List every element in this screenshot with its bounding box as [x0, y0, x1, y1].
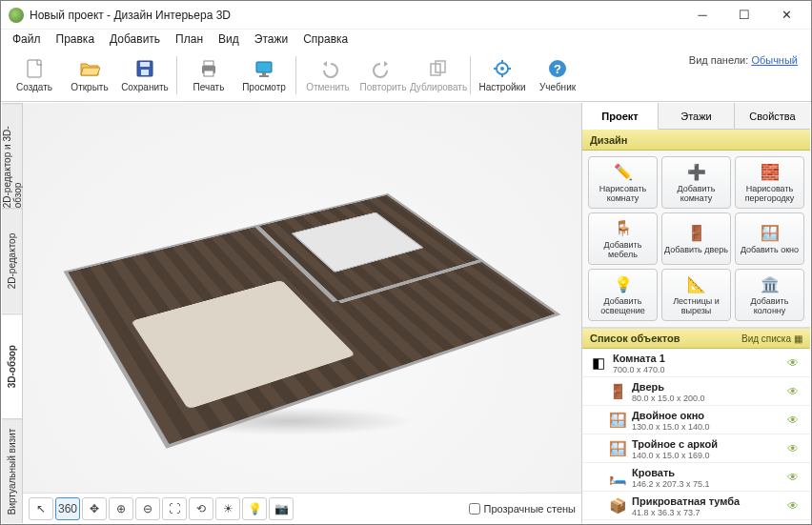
redo-button[interactable]: Повторить: [355, 52, 411, 98]
object-text: Комната 1700.0 x 470.0: [613, 353, 782, 374]
object-item[interactable]: 🪟Тройное с аркой140.0 x 15.0 x 169.0👁: [582, 434, 810, 463]
close-button[interactable]: ✕: [765, 1, 807, 30]
visibility-eye-icon[interactable]: 👁: [787, 442, 802, 455]
add-light-label: Добавить освещение: [591, 297, 655, 316]
visibility-eye-icon[interactable]: 👁: [787, 356, 802, 370]
camera-tool[interactable]: 📷: [269, 497, 294, 520]
sun-tool[interactable]: ☀: [215, 497, 240, 520]
duplicate-button[interactable]: Дублировать: [411, 52, 466, 98]
tutorial-button[interactable]: ? Учебник: [530, 52, 585, 98]
vertical-tabs: 2D-редактор и 3D-обзор 2D-редактор 3D-об…: [2, 103, 23, 523]
visibility-eye-icon[interactable]: 👁: [787, 471, 802, 484]
list-mode-toggle[interactable]: Вид списка ▦: [741, 333, 802, 344]
object-name: Кровать: [632, 467, 782, 479]
menu-file[interactable]: Файл: [5, 30, 49, 48]
add-furniture-button[interactable]: 🪑Добавить мебель: [588, 212, 658, 265]
add-room-button[interactable]: ➕Добавить комнату: [661, 156, 731, 209]
draw-room-label: Нарисовать комнату: [591, 185, 655, 204]
app-icon: [9, 8, 24, 23]
add-window-button[interactable]: 🪟Добавить окно: [735, 212, 804, 265]
view-tools: ↖ 360 ✥ ⊕ ⊖ ⛶ ⟲ ☀ 💡 📷 Прозрачные стены: [23, 493, 581, 523]
draw-partition-label: Нарисовать перегородку: [738, 185, 802, 204]
separator: [176, 56, 177, 94]
zoom-in-tool[interactable]: ⊕: [109, 497, 133, 520]
zoom-out-tool[interactable]: ⊖: [135, 497, 160, 520]
add-door-button[interactable]: 🚪Добавить дверь: [661, 212, 731, 265]
draw-partition-button[interactable]: 🧱Нарисовать перегородку: [735, 156, 804, 209]
add-room-label: Добавить комнату: [664, 185, 728, 204]
menu-plan[interactable]: План: [168, 30, 211, 48]
svg-rect-2: [140, 62, 150, 67]
door-icon: 🚪: [686, 223, 707, 244]
arrow-tool[interactable]: ↖: [29, 497, 53, 520]
visibility-eye-icon[interactable]: 👁: [787, 414, 802, 427]
preview-button[interactable]: Просмотр: [236, 52, 292, 98]
maximize-button[interactable]: ☐: [723, 1, 765, 30]
create-button[interactable]: Создать: [7, 52, 62, 98]
add-furniture-label: Добавить мебель: [591, 241, 655, 260]
column-icon: 🏛️: [760, 274, 781, 295]
object-item[interactable]: 📦Прикроватная тумба41.8 x 36.3 x 73.7👁: [582, 492, 810, 520]
tab-properties[interactable]: Свойства: [735, 103, 810, 129]
save-button[interactable]: Сохранить: [117, 52, 173, 98]
orbit-360-tool[interactable]: 360: [55, 497, 80, 520]
undo-button[interactable]: Отменить: [300, 52, 355, 98]
panel-mode-link[interactable]: Обычный: [751, 54, 798, 66]
svg-rect-3: [141, 70, 149, 75]
undo-icon: [316, 57, 339, 80]
object-item[interactable]: 🚪Дверь80.0 x 15.0 x 200.0👁: [582, 377, 810, 406]
tab-project[interactable]: Проект: [582, 103, 659, 130]
settings-button[interactable]: Настройки: [475, 52, 530, 98]
transparent-walls-input[interactable]: [469, 503, 480, 515]
object-item[interactable]: ◧Комната 1700.0 x 470.0👁: [582, 349, 810, 377]
settings-label: Настройки: [478, 82, 525, 92]
window-icon: 🪟: [760, 223, 781, 244]
add-door-label: Добавить дверь: [664, 246, 728, 255]
vtab-combo[interactable]: 2D-редактор и 3D-обзор: [2, 103, 22, 208]
window-controls: ─ ☐ ✕: [681, 1, 807, 30]
menu-add[interactable]: Добавить: [102, 30, 168, 48]
svg-rect-7: [256, 62, 272, 72]
object-text: Двойное окно130.0 x 15.0 x 140.0: [632, 410, 782, 432]
menu-floors[interactable]: Этажи: [247, 30, 295, 48]
light-tool[interactable]: 💡: [242, 497, 267, 520]
new-file-icon: [23, 57, 46, 80]
minimize-button[interactable]: ─: [681, 1, 723, 30]
reset-view-tool[interactable]: ⟲: [189, 497, 213, 520]
panel-tabs: Проект Этажи Свойства: [582, 103, 810, 130]
stairs-icon: 📐: [686, 274, 707, 295]
object-list: ◧Комната 1700.0 x 470.0👁🚪Дверь80.0 x 15.…: [582, 349, 810, 523]
draw-room-button[interactable]: ✏️Нарисовать комнату: [588, 156, 658, 209]
menu-view[interactable]: Вид: [211, 30, 247, 48]
print-label: Печать: [193, 82, 225, 92]
print-button[interactable]: Печать: [181, 52, 236, 98]
object-item[interactable]: 🛏️Кровать146.2 x 207.3 x 75.1👁: [582, 463, 810, 492]
3d-scene[interactable]: [23, 103, 581, 493]
open-button[interactable]: Открыть: [62, 52, 117, 98]
object-item[interactable]: 🪟Двойное окно130.0 x 15.0 x 140.0👁: [582, 406, 810, 434]
visibility-eye-icon[interactable]: 👁: [787, 385, 802, 398]
menu-help[interactable]: Справка: [295, 30, 355, 48]
vtab-virtual-visit[interactable]: Виртуальный визит: [2, 418, 22, 523]
object-text: Кровать146.2 x 207.3 x 75.1: [632, 467, 782, 489]
vtab-2d-editor[interactable]: 2D-редактор: [2, 208, 22, 313]
object-dimensions: 41.8 x 36.3 x 73.7: [632, 508, 782, 517]
add-column-button[interactable]: 🏛️Добавить колонну: [735, 269, 804, 321]
fit-view-tool[interactable]: ⛶: [162, 497, 187, 520]
menu-edit[interactable]: Правка: [49, 30, 103, 48]
chair-icon: 🪑: [613, 218, 634, 239]
folder-open-icon: [78, 57, 101, 80]
duplicate-label: Дублировать: [410, 82, 467, 92]
menubar: Файл Правка Добавить План Вид Этажи Спра…: [1, 30, 811, 49]
workarea: 2D-редактор и 3D-обзор 2D-редактор 3D-об…: [2, 103, 810, 523]
transparent-walls-checkbox[interactable]: Прозрачные стены: [469, 503, 576, 515]
draw-room-icon: ✏️: [613, 162, 634, 183]
redo-icon: [372, 57, 395, 80]
vtab-3d-view[interactable]: 3D-обзор: [2, 313, 22, 418]
visibility-eye-icon[interactable]: 👁: [787, 499, 802, 513]
svg-rect-0: [28, 60, 41, 77]
pan-tool[interactable]: ✥: [82, 497, 107, 520]
add-light-button[interactable]: 💡Добавить освещение: [588, 269, 658, 321]
tab-floors[interactable]: Этажи: [659, 103, 735, 129]
stairs-button[interactable]: 📐Лестницы и вырезы: [661, 269, 731, 321]
